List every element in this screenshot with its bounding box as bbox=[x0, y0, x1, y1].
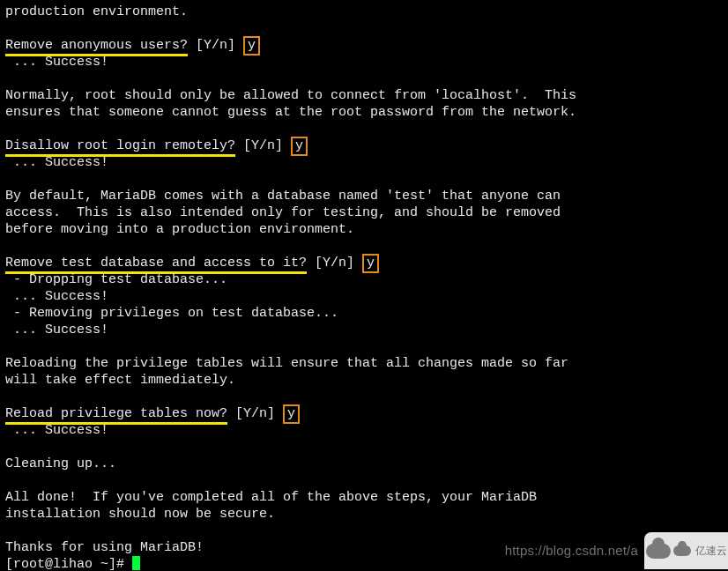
text-line: By default, MariaDB comes with a databas… bbox=[5, 188, 723, 204]
cursor-icon bbox=[132, 556, 140, 570]
prompt-options: [Y/n] bbox=[235, 138, 291, 153]
text-line: - Dropping test database... bbox=[5, 271, 723, 288]
prompt-options: [Y/n] bbox=[307, 256, 362, 271]
user-answer: y bbox=[362, 254, 379, 273]
text-line: will take effect immediately. bbox=[5, 372, 723, 389]
text-line: Normally, root should only be allowed to… bbox=[5, 87, 723, 104]
text-line: access. This is also intended only for t… bbox=[5, 204, 723, 221]
text-line: production environment. bbox=[5, 4, 723, 20]
user-answer: y bbox=[291, 137, 308, 156]
cloud-icon bbox=[646, 544, 671, 559]
text-line: Cleaning up... bbox=[5, 456, 723, 472]
text-line: ensures that someone cannot guess at the… bbox=[5, 104, 723, 121]
text-line: All done! If you've completed all of the… bbox=[5, 489, 723, 506]
cloud-icon bbox=[673, 545, 691, 556]
prompt-options: [Y/n] bbox=[227, 406, 283, 421]
text-line: installation should now be secure. bbox=[5, 506, 723, 523]
prompt-options: [Y/n] bbox=[188, 38, 243, 53]
text-line: before moving into a production environm… bbox=[5, 221, 723, 238]
success-line: ... Success! bbox=[5, 288, 723, 305]
user-answer: y bbox=[243, 36, 260, 56]
watermark-brand: 亿速云 bbox=[695, 543, 727, 560]
watermark-url: https://blog.csdn.net/a bbox=[505, 542, 638, 559]
user-answer: y bbox=[283, 404, 300, 424]
success-line: ... Success! bbox=[5, 322, 723, 338]
terminal-output: production environment. Remove anonymous… bbox=[5, 4, 723, 571]
text-line: - Removing privileges on test database..… bbox=[5, 305, 723, 322]
text-line: Reloading the privilege tables will ensu… bbox=[5, 355, 723, 372]
watermark-logo: 亿速云 bbox=[644, 532, 728, 569]
shell-prompt[interactable]: [root@lihao ~]# bbox=[5, 557, 132, 571]
